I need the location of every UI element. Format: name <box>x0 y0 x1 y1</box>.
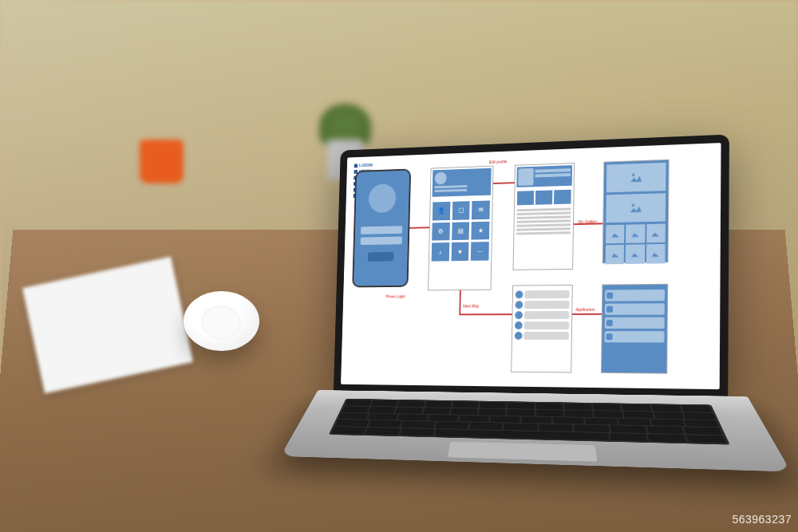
text-line <box>516 220 571 224</box>
thumb <box>535 190 553 205</box>
profile-header-wf <box>516 165 572 187</box>
chat-row <box>515 321 569 329</box>
menu-tile-profile: 👤 <box>433 202 450 220</box>
login-wireframe[interactable] <box>352 168 411 287</box>
thumb <box>646 244 666 263</box>
message-wireframe[interactable] <box>511 285 573 373</box>
username-field-wf <box>361 226 402 234</box>
menu-tile-extra1: ▤ <box>452 222 470 240</box>
menu-tile-extra4: ♥ <box>451 242 469 261</box>
image-icon <box>630 249 641 260</box>
text-line <box>517 216 571 220</box>
image-icon <box>650 248 661 259</box>
gallery-wireframe[interactable] <box>602 160 670 264</box>
profile-info-wf <box>535 167 571 185</box>
more-icon: ⋯ <box>477 248 484 255</box>
option-icon <box>606 320 613 326</box>
gallery-hero-image <box>606 163 666 192</box>
orange-mug-prop <box>140 140 184 183</box>
msg-bubble <box>523 332 569 340</box>
flow-my-gallery: My Gallery <box>579 219 598 225</box>
login-button-wf <box>368 252 394 262</box>
image-icon: ▢ <box>458 207 464 214</box>
gallery-thumbnail-grid <box>606 224 666 264</box>
avatar-placeholder <box>369 183 397 213</box>
thumb <box>626 224 645 243</box>
keyboard <box>329 399 730 445</box>
thumb <box>646 224 666 243</box>
star-icon: ★ <box>478 227 484 234</box>
image-icon <box>630 228 641 239</box>
flow-connector <box>493 182 515 184</box>
menu-tile-gallery: ▢ <box>452 201 470 219</box>
menu-tile-settings: ⚙ <box>432 223 449 241</box>
option-icon <box>606 306 613 313</box>
avatar-dot-icon <box>515 332 523 340</box>
avatar-dot-icon <box>516 290 523 298</box>
menu-header-wf <box>433 168 492 197</box>
gear-icon: ⚙ <box>438 228 444 235</box>
flow-connector <box>459 290 461 313</box>
thumb <box>517 191 534 206</box>
laptop-keyboard-deck <box>280 390 791 472</box>
image-icon <box>618 199 654 217</box>
text-line <box>535 168 571 172</box>
thumb <box>606 225 625 244</box>
user-avatar-icon <box>435 172 447 185</box>
text-line <box>535 173 571 177</box>
svg-point-1 <box>631 204 634 207</box>
menu-wireframe[interactable]: 👤 ▢ ✉ ⚙ ▤ ★ ♪ ♥ ⋯ <box>428 166 493 291</box>
option-icon <box>606 292 613 298</box>
option-icon <box>606 333 612 340</box>
text-line <box>516 232 571 235</box>
avatar-dot-icon <box>515 321 523 329</box>
doc-icon: ▤ <box>457 227 464 234</box>
text-line <box>516 224 571 227</box>
person-icon: 👤 <box>437 207 444 215</box>
flow-edit-profile: Edit profile <box>489 159 507 164</box>
menu-tile-extra3: ♪ <box>432 242 449 261</box>
image-icon <box>650 227 662 238</box>
image-icon <box>609 249 620 260</box>
thumb <box>554 190 571 205</box>
msg-bubble <box>524 321 570 329</box>
bell-icon: ♪ <box>439 249 442 256</box>
profile-photo-wf <box>518 168 533 186</box>
svg-point-0 <box>632 174 635 177</box>
menu-tile-extra5: ⋯ <box>471 242 489 260</box>
wireframe-flow-canvas[interactable]: LOGIN MENU <box>341 143 721 389</box>
setting-item <box>604 331 664 342</box>
white-coffee-cup-prop <box>184 291 259 351</box>
stock-watermark: 563963237 <box>732 513 792 526</box>
msg-bubble <box>524 290 570 298</box>
chat-icon: ✉ <box>478 207 484 214</box>
flow-press-login: Press Login <box>386 294 405 298</box>
setting-item <box>605 303 665 315</box>
flow-connector <box>572 313 602 315</box>
password-field-wf <box>361 237 402 246</box>
laptop-display: LOGIN MENU <box>341 143 721 389</box>
setting-item <box>605 290 665 301</box>
avatar-dot-icon <box>515 311 523 319</box>
text-line <box>435 185 468 188</box>
flow-connector <box>409 227 429 228</box>
profile-gallery-row <box>515 187 574 208</box>
setting-wireframe[interactable] <box>601 284 668 374</box>
trackpad <box>448 442 598 462</box>
chat-row <box>515 332 569 340</box>
avatar-dot-icon <box>515 301 523 309</box>
thumb <box>626 245 645 264</box>
text-line <box>517 212 571 216</box>
laptop-device: LOGIN MENU <box>330 133 763 526</box>
chat-row <box>516 290 570 298</box>
gallery-image-2 <box>606 193 666 223</box>
heart-icon: ♥ <box>458 248 462 255</box>
msg-bubble <box>524 301 570 309</box>
profile-wireframe[interactable] <box>513 163 575 270</box>
chat-row <box>515 311 569 319</box>
text-line <box>517 208 571 212</box>
thumb <box>606 245 625 264</box>
menu-tile-extra2: ★ <box>472 221 490 240</box>
chat-row <box>515 301 569 309</box>
menu-tile-message: ✉ <box>472 200 490 219</box>
